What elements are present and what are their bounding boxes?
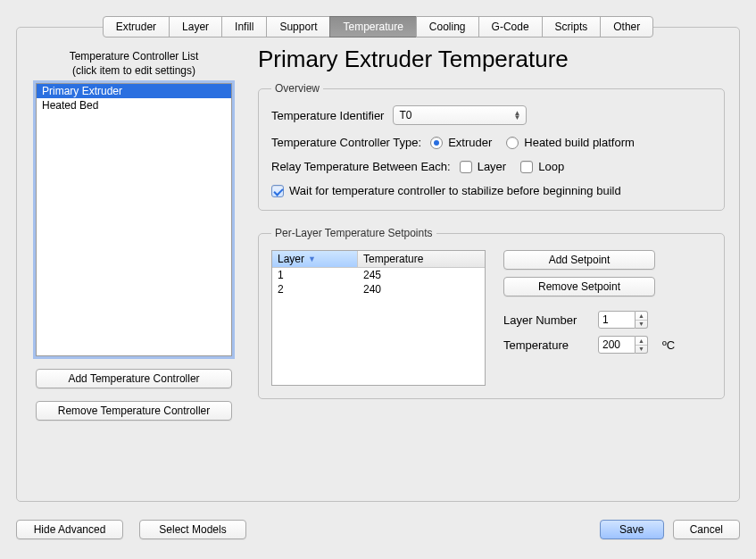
relay-layer-checkbox[interactable]: Layer — [460, 160, 507, 173]
select-models-button[interactable]: Select Models — [139, 520, 246, 539]
type-radio-heated-bed[interactable]: Heated build platform — [506, 136, 635, 149]
radio-icon — [506, 137, 519, 149]
column-header-layer[interactable]: Layer ▼ — [272, 251, 358, 267]
remove-setpoint-button[interactable]: Remove Setpoint — [503, 277, 655, 296]
controller-details: Primary Extruder Temperature Overview Te… — [258, 49, 725, 487]
cancel-button[interactable]: Cancel — [673, 520, 740, 539]
tab-g-code[interactable]: G-Code — [478, 16, 543, 38]
setpoint-controls: Add Setpoint Remove Setpoint Layer Numbe… — [503, 250, 711, 386]
temperature-label: Temperature — [503, 338, 589, 352]
checkbox-icon — [460, 161, 472, 173]
checkbox-icon — [271, 185, 284, 197]
page-title: Primary Extruder Temperature — [258, 46, 725, 73]
settings-panel: Temperature Controller List (click item … — [16, 27, 740, 502]
tab-other[interactable]: Other — [600, 16, 653, 38]
temperature-input[interactable] — [598, 336, 636, 354]
cell-temperature: 240 — [358, 282, 485, 296]
stepper-icon[interactable]: ▲▼ — [636, 336, 648, 354]
per-layer-legend: Per-Layer Temperature Setpoints — [271, 227, 436, 239]
add-setpoint-button[interactable]: Add Setpoint — [503, 250, 655, 270]
radio-icon — [430, 137, 443, 149]
table-row[interactable]: 1245 — [272, 268, 485, 282]
layer-number-label: Layer Number — [503, 313, 589, 327]
overview-group: Overview Temperature Identifier T0 ▲▼ Te… — [258, 82, 725, 211]
checkbox-icon — [520, 161, 533, 173]
hide-advanced-button[interactable]: Hide Advanced — [16, 520, 123, 539]
controller-listbox[interactable]: Primary ExtruderHeated Bed — [36, 83, 232, 356]
cell-layer: 1 — [272, 268, 358, 282]
list-item[interactable]: Heated Bed — [37, 98, 231, 113]
identifier-combo[interactable]: T0 ▲▼ — [393, 105, 527, 125]
save-button[interactable]: Save — [600, 520, 664, 539]
identifier-label: Temperature Identifier — [271, 109, 384, 122]
tab-temperature[interactable]: Temperature — [329, 16, 416, 38]
controller-list-column: Temperature Controller List (click item … — [31, 49, 237, 487]
relay-loop-checkbox[interactable]: Loop — [520, 160, 564, 173]
table-row[interactable]: 2240 — [272, 282, 485, 296]
cell-layer: 2 — [272, 282, 358, 296]
layer-number-spinbox[interactable]: ▲▼ — [598, 311, 648, 329]
footer: Hide Advanced Select Models Save Cancel — [16, 516, 740, 543]
wait-checkbox[interactable]: Wait for temperature controller to stabi… — [271, 184, 621, 197]
temperature-unit: ºC — [662, 338, 675, 352]
combo-arrows-icon: ▲▼ — [514, 111, 521, 120]
setpoint-table[interactable]: Layer ▼ Temperature 12452240 — [271, 250, 486, 386]
add-controller-button[interactable]: Add Temperature Controller — [36, 369, 232, 388]
stepper-icon[interactable]: ▲▼ — [636, 311, 648, 329]
tab-infill[interactable]: Infill — [221, 16, 267, 38]
tabbar: ExtruderLayerInfillSupportTemperatureCoo… — [0, 0, 756, 38]
controller-list-header: Temperature Controller List (click item … — [70, 49, 199, 78]
tab-scripts[interactable]: Scripts — [542, 16, 602, 38]
type-radio-extruder[interactable]: Extruder — [430, 136, 492, 149]
column-header-temperature[interactable]: Temperature — [358, 251, 485, 267]
tab-extruder[interactable]: Extruder — [103, 16, 170, 38]
overview-legend: Overview — [271, 82, 323, 95]
remove-controller-button[interactable]: Remove Temperature Controller — [36, 401, 232, 421]
per-layer-group: Per-Layer Temperature Setpoints Layer ▼ … — [258, 227, 725, 399]
tab-support[interactable]: Support — [266, 16, 330, 38]
setpoint-table-header: Layer ▼ Temperature — [272, 251, 485, 268]
identifier-value: T0 — [399, 109, 411, 121]
list-item[interactable]: Primary Extruder — [37, 84, 231, 98]
tab-layer[interactable]: Layer — [169, 16, 222, 38]
relay-label: Relay Temperature Between Each: — [271, 160, 451, 173]
sort-desc-icon: ▼ — [308, 254, 316, 263]
layer-number-input[interactable] — [598, 311, 636, 329]
cell-temperature: 245 — [358, 268, 485, 282]
type-label: Temperature Controller Type: — [271, 136, 421, 149]
tab-cooling[interactable]: Cooling — [416, 16, 479, 38]
temperature-spinbox[interactable]: ▲▼ — [598, 336, 648, 354]
